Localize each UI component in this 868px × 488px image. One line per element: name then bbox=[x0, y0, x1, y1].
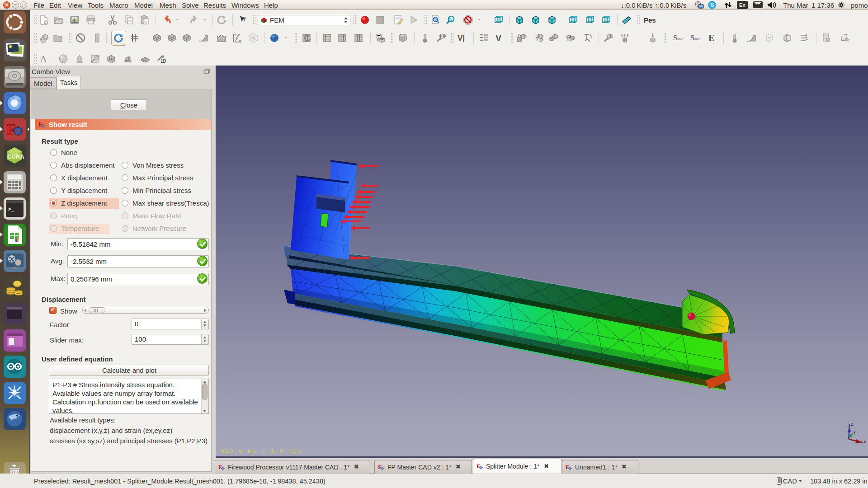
svg-text:olver: olver bbox=[694, 37, 701, 41]
svg-text:F: F bbox=[38, 121, 42, 128]
svg-text:A: A bbox=[40, 53, 47, 64]
svg-text:V|: V| bbox=[458, 34, 465, 42]
svg-text:V: V bbox=[495, 33, 502, 43]
svg-text:CURA: CURA bbox=[7, 153, 24, 160]
svg-text:F: F bbox=[218, 464, 222, 470]
svg-text:D: D bbox=[539, 37, 543, 42]
svg-text:1D: 1D bbox=[160, 59, 166, 64]
svg-text:Z: Z bbox=[851, 422, 854, 427]
svg-text:Y: Y bbox=[853, 431, 856, 435]
svg-text:F: F bbox=[476, 463, 480, 469]
svg-text:E: E bbox=[708, 33, 714, 43]
svg-text:?: ? bbox=[243, 16, 246, 23]
svg-text:F: F bbox=[6, 121, 16, 138]
svg-text:X: X bbox=[863, 440, 866, 444]
svg-text:>_: >_ bbox=[8, 206, 15, 212]
svg-text:olver: olver bbox=[677, 37, 684, 41]
svg-text:F: F bbox=[378, 464, 382, 470]
svg-text:F: F bbox=[566, 464, 569, 470]
